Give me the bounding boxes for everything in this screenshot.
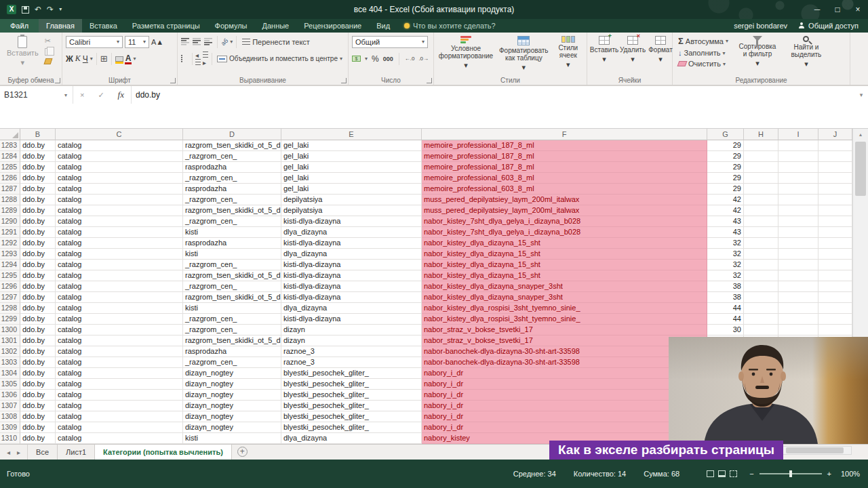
sheet-nav-right-icon[interactable]: ▸ [17,449,20,456]
row-header-1285[interactable]: 1285 [0,162,20,173]
align-right-icon[interactable] [187,55,189,62]
row-header-1300[interactable]: 1300 [0,325,20,336]
cell-g[interactable]: 29 [707,140,744,151]
align-top-icon[interactable] [181,38,191,45]
align-bottom-icon[interactable] [204,38,214,45]
cell-d[interactable]: dizayn_nogtey [183,390,281,401]
scroll-up-icon[interactable]: ▴ [853,129,868,140]
cell-b[interactable]: ddo.by [20,422,56,433]
cell-f[interactable]: nabor_kistey_dlya_rospisi_3sht_tyemno_si… [422,303,707,314]
normal-view-icon[interactable] [707,470,714,477]
cell-g[interactable]: 44 [707,303,744,314]
borders-icon[interactable]: ⊞ [100,54,108,64]
align-left-icon[interactable] [181,55,182,62]
cell-b[interactable]: ddo.by [20,314,56,325]
cell-b[interactable]: ddo.by [20,281,56,292]
cell-j[interactable] [818,162,852,173]
row-header-1304[interactable]: 1304 [0,368,20,379]
cell-g[interactable]: 43 [707,227,744,238]
close-button[interactable]: × [848,0,868,19]
cell-f[interactable]: nabor-banochek-dlya-dizayna-30-sht-art-3… [422,357,707,368]
cell-f[interactable]: nabory_i_dr [422,379,707,390]
cell-g[interactable]: 42 [707,195,744,205]
clipboard-dialog-launcher[interactable] [55,78,60,83]
format-painter-icon[interactable] [43,58,52,64]
cell-d[interactable]: rasprodazha [183,184,281,195]
column-header-C[interactable]: C [56,129,183,140]
row-header-1310[interactable]: 1310 [0,433,20,444]
cell-styles-button[interactable]: Стили ячеек ▾ [553,35,583,75]
cell-e[interactable]: blyestki_pesochek_gliter_ [281,390,422,401]
cell-b[interactable]: ddo.by [20,379,56,390]
cell-b[interactable]: ddo.by [20,411,56,422]
cell-g[interactable]: 29 [707,184,744,195]
cell-i[interactable] [778,270,818,281]
bold-button[interactable]: Ж [66,54,73,64]
ribbon-tab-Файл[interactable]: Файл [0,19,39,33]
italic-button[interactable]: К [75,54,81,64]
column-header-H[interactable]: H [744,129,778,140]
cell-f[interactable]: nabor_kistey_7sht_dlya_gelya_i_dizayna_b… [422,227,707,238]
cell-d[interactable]: dizayn_nogtey [183,401,281,411]
cell-i[interactable] [778,205,818,216]
cell-d[interactable]: razgrom_tsen_skidki_ot_5_d [183,205,281,216]
cell-j[interactable] [818,184,852,195]
cell-i[interactable] [778,314,818,325]
cell-d[interactable]: kisti [183,227,281,238]
cell-e[interactable]: gel_laki [281,151,422,162]
cell-c[interactable]: catalog [56,314,183,325]
cell-d[interactable]: _razgrom_cen_ [183,314,281,325]
cell-i[interactable] [778,227,818,238]
cell-b[interactable]: ddo.by [20,184,56,195]
cell-e[interactable]: kisti-dlya-dizayna [281,292,422,303]
cell-c[interactable]: catalog [56,379,183,390]
cell-d[interactable]: kisti [183,249,281,260]
delete-cells-button[interactable]: × Удалить ▾ [619,35,646,75]
cell-e[interactable]: kisti-dlya-dizayna [281,314,422,325]
cell-h[interactable] [744,151,778,162]
cell-h[interactable] [744,292,778,303]
cell-g[interactable]: 32 [707,270,744,281]
ribbon-tab-Вид[interactable]: Вид [369,19,397,33]
row-header-1291[interactable]: 1291 [0,227,20,238]
sort-filter-button[interactable]: Сортировка и фильтр ▾ [734,35,781,75]
cell-d[interactable]: dizayn_nogtey [183,411,281,422]
cell-c[interactable]: catalog [56,357,183,368]
excel-logo-icon[interactable]: X [7,5,16,14]
cell-c[interactable]: catalog [56,336,183,346]
cell-c[interactable]: catalog [56,195,183,205]
cell-e[interactable]: dizayn [281,336,422,346]
cell-c[interactable]: catalog [56,270,183,281]
align-center-icon[interactable] [184,55,186,62]
cell-i[interactable] [778,303,818,314]
cell-i[interactable] [778,140,818,151]
sheet-tab-Категории (попытка вычленить)[interactable]: Категории (попытка вычленить) [95,445,232,460]
cell-j[interactable] [818,292,852,303]
cell-e[interactable]: gel_laki [281,140,422,151]
row-header-1288[interactable]: 1288 [0,195,20,205]
cell-i[interactable] [778,195,818,205]
cell-c[interactable]: catalog [56,281,183,292]
tell-me-box[interactable]: Что вы хотите сделать? [397,19,502,33]
font-size-combo[interactable]: 11▾ [125,36,149,48]
restore-button[interactable]: □ [827,0,848,19]
cell-e[interactable]: dizayn [281,325,422,336]
cell-d[interactable]: _razgrom_cen_ [183,195,281,205]
cell-b[interactable]: ddo.by [20,292,56,303]
cell-c[interactable]: catalog [56,238,183,249]
cell-f[interactable]: nabor-banochek-dlya-dizayna-30-sht-art-3… [422,346,707,357]
cell-h[interactable] [744,238,778,249]
cell-j[interactable] [818,216,852,227]
cell-e[interactable]: dlya_dizayna [281,433,422,444]
cell-e[interactable]: kisti-dlya-dizayna [281,281,422,292]
row-header-1297[interactable]: 1297 [0,292,20,303]
cell-b[interactable]: ddo.by [20,325,56,336]
cell-j[interactable] [818,270,852,281]
cell-d[interactable]: kisti [183,433,281,444]
cell-h[interactable] [744,270,778,281]
cell-e[interactable]: kisti-dlya-dizayna [281,216,422,227]
column-header-F[interactable]: F [422,129,707,140]
formula-input[interactable]: ddo.by [132,86,854,104]
cell-g[interactable]: 29 [707,173,744,184]
font-color-icon[interactable]: А [125,55,132,62]
